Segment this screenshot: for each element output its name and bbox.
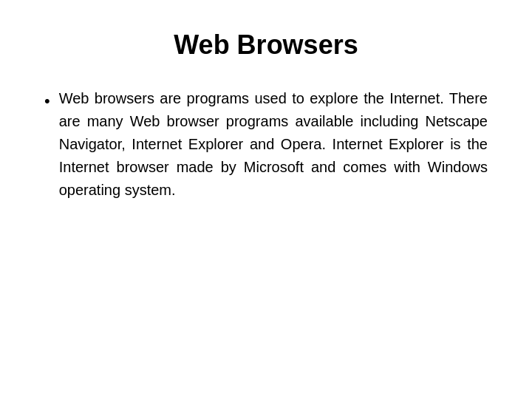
bullet-symbol: • <box>44 89 50 113</box>
page-title: Web Browsers <box>174 30 358 61</box>
bullet-text: Web browsers are programs used to explor… <box>59 87 488 202</box>
content-area: • Web browsers are programs used to expl… <box>44 87 488 202</box>
bullet-item: • Web browsers are programs used to expl… <box>44 87 488 202</box>
